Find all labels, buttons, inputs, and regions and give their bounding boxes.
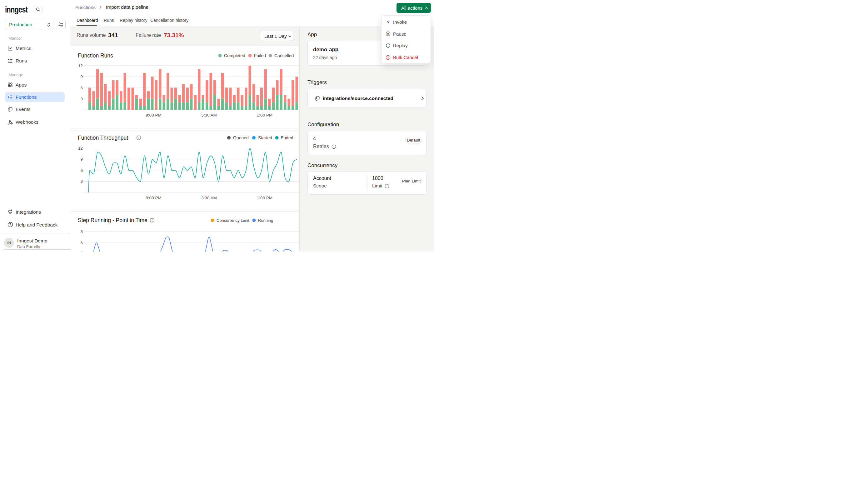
svg-text:9:00 PM: 9:00 PM <box>146 113 161 117</box>
svg-text:i: i <box>138 136 139 140</box>
svg-text:Function Runs: Function Runs <box>78 52 113 59</box>
svg-text:3: 3 <box>80 179 83 184</box>
svg-text:6: 6 <box>80 85 83 90</box>
svg-text:6: 6 <box>80 240 83 245</box>
svg-text:3:30 AM: 3:30 AM <box>201 196 217 200</box>
svg-text:Started: Started <box>258 135 272 140</box>
svg-text:Cancelled: Cancelled <box>274 53 294 58</box>
svg-text:4: 4 <box>80 250 83 252</box>
svg-text:i: i <box>152 219 153 223</box>
svg-text:Function Throughput: Function Throughput <box>78 135 128 141</box>
svg-text:12: 12 <box>78 146 83 151</box>
svg-text:Concurrency Limit: Concurrency Limit <box>217 218 249 223</box>
svg-text:6: 6 <box>80 168 83 173</box>
svg-text:Running: Running <box>258 218 273 223</box>
svg-text:1:00 PM: 1:00 PM <box>257 113 272 117</box>
svg-text:9: 9 <box>80 74 83 79</box>
svg-text:Failed: Failed <box>254 53 266 58</box>
svg-text:8: 8 <box>80 229 83 234</box>
svg-text:Step Running - Point in Time: Step Running - Point in Time <box>78 217 147 223</box>
svg-text:3:30 AM: 3:30 AM <box>201 113 217 117</box>
svg-text:Queued: Queued <box>233 135 249 140</box>
svg-text:3: 3 <box>80 96 83 101</box>
svg-text:1:00 PM: 1:00 PM <box>257 196 272 200</box>
svg-text:Completed: Completed <box>224 53 245 58</box>
svg-text:12: 12 <box>78 63 83 68</box>
svg-text:9:00 PM: 9:00 PM <box>146 196 161 200</box>
svg-text:Ended: Ended <box>281 135 293 140</box>
svg-text:9: 9 <box>80 157 83 162</box>
